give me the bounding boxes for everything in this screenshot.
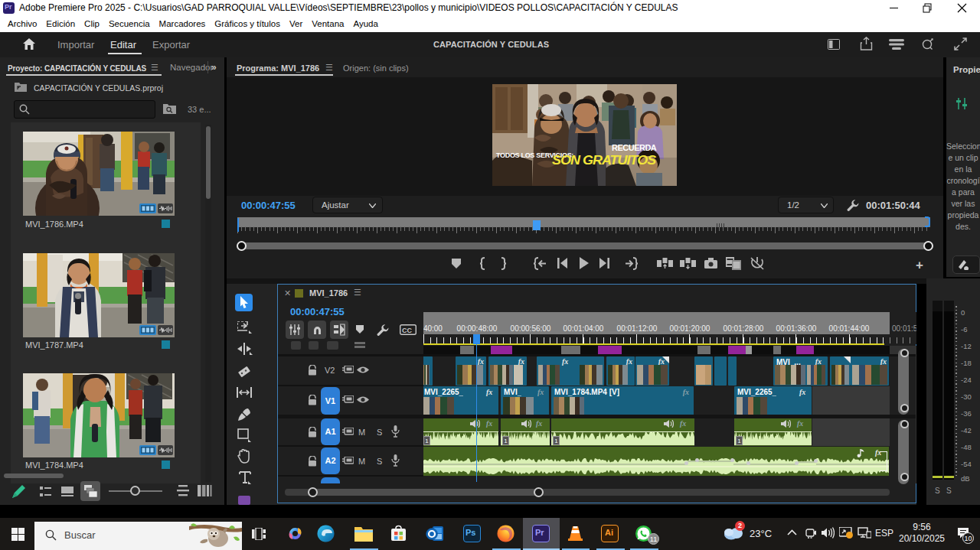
svg-text:SON GRATUITOS: SON GRATUITOS (552, 153, 657, 168)
svg-text:CC: CC (402, 327, 412, 334)
svg-text:RECUERDA: RECUERDA (612, 144, 657, 153)
